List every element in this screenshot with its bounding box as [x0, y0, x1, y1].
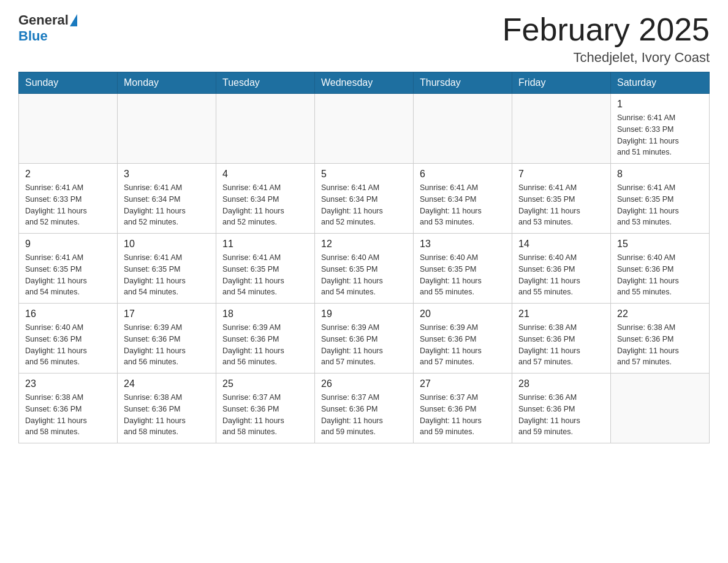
day-info: Sunrise: 6:41 AM Sunset: 6:35 PM Dayligh… [222, 252, 308, 298]
day-info: Sunrise: 6:41 AM Sunset: 6:34 PM Dayligh… [420, 182, 506, 228]
day-info: Sunrise: 6:40 AM Sunset: 6:36 PM Dayligh… [518, 252, 604, 298]
calendar-day-cell: 6Sunrise: 6:41 AM Sunset: 6:34 PM Daylig… [414, 164, 512, 234]
day-number: 9 [25, 239, 111, 250]
calendar-day-cell: 3Sunrise: 6:41 AM Sunset: 6:34 PM Daylig… [118, 164, 216, 234]
day-info: Sunrise: 6:39 AM Sunset: 6:36 PM Dayligh… [321, 322, 407, 368]
day-number: 17 [124, 308, 210, 320]
day-number: 28 [518, 378, 604, 389]
day-info: Sunrise: 6:36 AM Sunset: 6:36 PM Dayligh… [518, 392, 604, 438]
day-info: Sunrise: 6:37 AM Sunset: 6:36 PM Dayligh… [321, 392, 407, 438]
calendar-day-cell [19, 94, 118, 164]
day-number: 19 [321, 308, 407, 320]
calendar-day-cell: 26Sunrise: 6:37 AM Sunset: 6:36 PM Dayli… [315, 373, 414, 443]
calendar-table: SundayMondayTuesdayWednesdayThursdayFrid… [18, 72, 710, 443]
day-number: 24 [124, 378, 210, 389]
day-info: Sunrise: 6:41 AM Sunset: 6:34 PM Dayligh… [321, 182, 407, 228]
day-number: 25 [222, 378, 308, 389]
day-number: 14 [518, 239, 604, 250]
day-info: Sunrise: 6:41 AM Sunset: 6:35 PM Dayligh… [124, 252, 210, 298]
calendar-day-cell: 16Sunrise: 6:40 AM Sunset: 6:36 PM Dayli… [19, 304, 118, 373]
calendar-day-cell [414, 94, 512, 164]
day-number: 11 [222, 239, 308, 250]
day-number: 13 [420, 239, 506, 250]
day-of-week-header: Friday [512, 72, 611, 94]
day-number: 23 [25, 378, 111, 389]
day-of-week-header: Saturday [611, 72, 710, 94]
day-number: 6 [420, 169, 506, 180]
day-info: Sunrise: 6:40 AM Sunset: 6:35 PM Dayligh… [321, 252, 407, 298]
calendar-day-cell: 5Sunrise: 6:41 AM Sunset: 6:34 PM Daylig… [315, 164, 414, 234]
day-number: 16 [25, 308, 111, 320]
day-number: 12 [321, 239, 407, 250]
logo-triangle-icon [70, 14, 77, 26]
day-number: 21 [518, 308, 604, 320]
calendar-week-row: 23Sunrise: 6:38 AM Sunset: 6:36 PM Dayli… [19, 373, 710, 443]
day-info: Sunrise: 6:41 AM Sunset: 6:35 PM Dayligh… [518, 182, 604, 228]
day-number: 3 [124, 169, 210, 180]
day-info: Sunrise: 6:41 AM Sunset: 6:33 PM Dayligh… [617, 112, 703, 158]
calendar-day-cell: 20Sunrise: 6:39 AM Sunset: 6:36 PM Dayli… [414, 304, 512, 373]
calendar-week-row: 9Sunrise: 6:41 AM Sunset: 6:35 PM Daylig… [19, 234, 710, 304]
calendar-day-cell: 2Sunrise: 6:41 AM Sunset: 6:33 PM Daylig… [19, 164, 118, 234]
day-info: Sunrise: 6:40 AM Sunset: 6:36 PM Dayligh… [617, 252, 703, 298]
calendar-day-cell [118, 94, 216, 164]
day-number: 26 [321, 378, 407, 389]
calendar-week-row: 2Sunrise: 6:41 AM Sunset: 6:33 PM Daylig… [19, 164, 710, 234]
day-info: Sunrise: 6:40 AM Sunset: 6:35 PM Dayligh… [420, 252, 506, 298]
calendar-day-cell: 1Sunrise: 6:41 AM Sunset: 6:33 PM Daylig… [611, 94, 710, 164]
calendar-day-cell: 19Sunrise: 6:39 AM Sunset: 6:36 PM Dayli… [315, 304, 414, 373]
logo-blue-text: Blue [18, 28, 48, 44]
day-of-week-header: Monday [118, 72, 216, 94]
title-section: February 2025 Tchedjelet, Ivory Coast [502, 12, 710, 66]
calendar-day-cell: 9Sunrise: 6:41 AM Sunset: 6:35 PM Daylig… [19, 234, 118, 304]
day-number: 20 [420, 308, 506, 320]
day-number: 7 [518, 169, 604, 180]
calendar-day-cell: 4Sunrise: 6:41 AM Sunset: 6:34 PM Daylig… [216, 164, 315, 234]
day-info: Sunrise: 6:39 AM Sunset: 6:36 PM Dayligh… [222, 322, 308, 368]
calendar-day-cell: 11Sunrise: 6:41 AM Sunset: 6:35 PM Dayli… [216, 234, 315, 304]
day-number: 8 [617, 169, 703, 180]
calendar-day-cell: 24Sunrise: 6:38 AM Sunset: 6:36 PM Dayli… [118, 373, 216, 443]
day-number: 4 [222, 169, 308, 180]
calendar-day-cell: 8Sunrise: 6:41 AM Sunset: 6:35 PM Daylig… [611, 164, 710, 234]
day-number: 10 [124, 239, 210, 250]
calendar-day-cell: 28Sunrise: 6:36 AM Sunset: 6:36 PM Dayli… [512, 373, 611, 443]
day-info: Sunrise: 6:39 AM Sunset: 6:36 PM Dayligh… [420, 322, 506, 368]
location-text: Tchedjelet, Ivory Coast [502, 50, 710, 66]
calendar-day-cell [216, 94, 315, 164]
calendar-day-cell: 25Sunrise: 6:37 AM Sunset: 6:36 PM Dayli… [216, 373, 315, 443]
day-of-week-header: Thursday [414, 72, 512, 94]
calendar-header-row: SundayMondayTuesdayWednesdayThursdayFrid… [19, 72, 710, 94]
calendar-day-cell [512, 94, 611, 164]
day-number: 27 [420, 378, 506, 389]
calendar-day-cell: 22Sunrise: 6:38 AM Sunset: 6:36 PM Dayli… [611, 304, 710, 373]
calendar-day-cell [611, 373, 710, 443]
page-header: General Blue February 2025 Tchedjelet, I… [18, 12, 710, 66]
calendar-day-cell: 12Sunrise: 6:40 AM Sunset: 6:35 PM Dayli… [315, 234, 414, 304]
day-info: Sunrise: 6:37 AM Sunset: 6:36 PM Dayligh… [222, 392, 308, 438]
calendar-day-cell [315, 94, 414, 164]
logo: General Blue [18, 12, 77, 44]
day-of-week-header: Wednesday [315, 72, 414, 94]
calendar-day-cell: 7Sunrise: 6:41 AM Sunset: 6:35 PM Daylig… [512, 164, 611, 234]
calendar-day-cell: 27Sunrise: 6:37 AM Sunset: 6:36 PM Dayli… [414, 373, 512, 443]
day-number: 22 [617, 308, 703, 320]
day-number: 5 [321, 169, 407, 180]
day-info: Sunrise: 6:41 AM Sunset: 6:34 PM Dayligh… [222, 182, 308, 228]
day-number: 15 [617, 239, 703, 250]
calendar-day-cell: 13Sunrise: 6:40 AM Sunset: 6:35 PM Dayli… [414, 234, 512, 304]
calendar-week-row: 1Sunrise: 6:41 AM Sunset: 6:33 PM Daylig… [19, 94, 710, 164]
day-info: Sunrise: 6:38 AM Sunset: 6:36 PM Dayligh… [124, 392, 210, 438]
day-number: 1 [617, 99, 703, 110]
day-number: 18 [222, 308, 308, 320]
calendar-day-cell: 14Sunrise: 6:40 AM Sunset: 6:36 PM Dayli… [512, 234, 611, 304]
day-info: Sunrise: 6:41 AM Sunset: 6:34 PM Dayligh… [124, 182, 210, 228]
calendar-day-cell: 10Sunrise: 6:41 AM Sunset: 6:35 PM Dayli… [118, 234, 216, 304]
day-number: 2 [25, 169, 111, 180]
calendar-day-cell: 23Sunrise: 6:38 AM Sunset: 6:36 PM Dayli… [19, 373, 118, 443]
logo-general-text: General [18, 12, 69, 28]
day-info: Sunrise: 6:41 AM Sunset: 6:35 PM Dayligh… [617, 182, 703, 228]
day-info: Sunrise: 6:41 AM Sunset: 6:35 PM Dayligh… [25, 252, 111, 298]
day-info: Sunrise: 6:38 AM Sunset: 6:36 PM Dayligh… [25, 392, 111, 438]
day-info: Sunrise: 6:37 AM Sunset: 6:36 PM Dayligh… [420, 392, 506, 438]
